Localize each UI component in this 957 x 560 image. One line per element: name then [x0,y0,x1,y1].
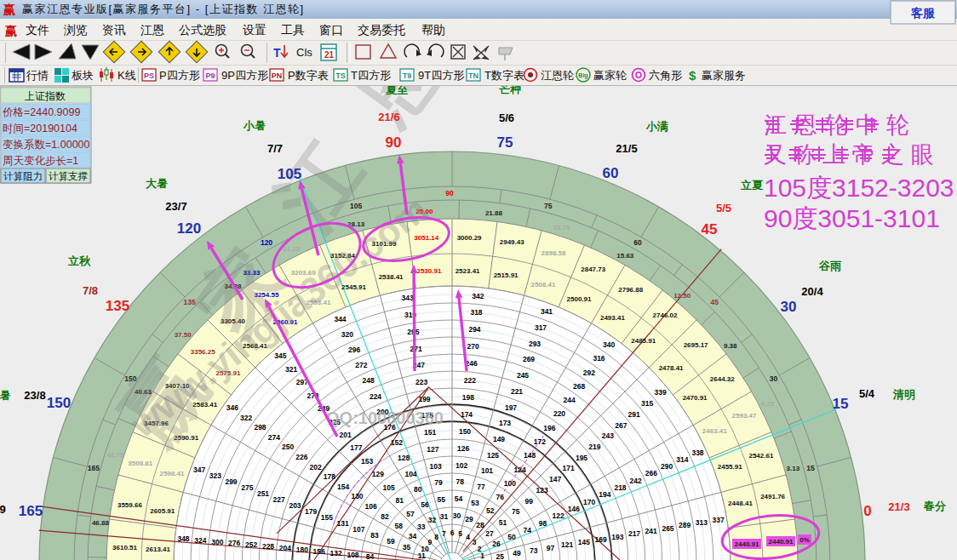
svg-text:83: 83 [370,531,379,540]
svg-text:228: 228 [262,542,274,551]
svg-text:173: 173 [499,419,511,427]
svg-text:7: 7 [442,529,446,538]
svg-text:窗口: 窗口 [319,23,343,37]
svg-text:343: 343 [402,294,414,302]
svg-text:2949.43: 2949.43 [500,238,524,246]
svg-text:帮助: 帮助 [421,23,445,37]
svg-text:318: 318 [470,308,482,317]
svg-text:春分: 春分 [923,500,947,512]
svg-text:78: 78 [456,477,465,486]
svg-text:23/8: 23/8 [24,389,45,402]
svg-text:152: 152 [391,438,403,447]
svg-text:计算支撑: 计算支撑 [49,171,88,181]
svg-text:2523.41: 2523.41 [456,267,480,275]
svg-text:赢家轮: 赢家轮 [593,69,627,82]
svg-text:46.88: 46.88 [92,519,110,527]
svg-text:289: 289 [679,521,691,529]
svg-text:347: 347 [193,466,205,474]
svg-text:320: 320 [341,330,353,339]
svg-text:266: 266 [645,469,657,477]
svg-text:242: 242 [630,477,642,485]
svg-text:248: 248 [363,376,375,385]
svg-text:27: 27 [485,529,494,538]
svg-text:立夏: 立夏 [740,179,764,191]
svg-text:251: 251 [257,489,269,498]
svg-text:75: 75 [512,507,520,516]
svg-text:174: 174 [461,410,473,419]
svg-text:2448.41: 2448.41 [728,500,753,507]
svg-text:小暑: 小暑 [243,119,266,132]
svg-text:3.13: 3.13 [787,465,800,472]
svg-text:102: 102 [456,461,467,470]
svg-text:时间=20190104: 时间=20190104 [3,123,77,134]
svg-text:TS: TS [335,71,346,80]
svg-text:立秋: 立秋 [67,254,91,267]
svg-text:2470.91: 2470.91 [683,394,708,402]
svg-text:269: 269 [523,355,535,363]
svg-text:23/7: 23/7 [165,200,186,213]
svg-text:274: 274 [268,433,280,442]
svg-text:241: 241 [645,527,657,535]
svg-text:P9: P9 [205,71,215,80]
svg-text:348: 348 [177,534,189,543]
svg-text:315: 315 [641,399,653,408]
svg-text:资讯: 资讯 [102,23,126,37]
svg-text:31: 31 [440,512,449,521]
svg-text:80: 80 [414,485,422,494]
svg-text:2644.32: 2644.32 [710,375,735,383]
svg-text:15.63: 15.63 [616,252,634,260]
svg-text:60: 60 [603,165,619,181]
svg-text:2440.91: 2440.91 [769,538,794,546]
svg-text:203: 203 [289,501,301,510]
svg-text:计算阻力: 计算阻力 [3,171,43,181]
svg-text:2847.73: 2847.73 [581,266,605,273]
svg-text:73: 73 [530,546,538,555]
svg-text:148: 148 [524,451,536,460]
svg-text:316: 316 [593,354,605,363]
svg-text:97: 97 [547,544,555,552]
svg-text:147: 147 [549,475,561,483]
svg-text:124: 124 [514,466,526,474]
svg-text:客服: 客服 [910,6,936,20]
svg-text:5/6: 5/6 [499,111,514,124]
svg-text:26: 26 [492,540,501,548]
svg-text:125: 125 [487,451,499,460]
svg-text:149: 149 [493,435,505,443]
svg-text:11: 11 [418,551,426,560]
svg-text:浏览: 浏览 [63,23,88,37]
svg-text:3610.51: 3610.51 [112,544,137,551]
svg-text:198: 198 [462,393,474,402]
svg-text:小满: 小满 [645,120,668,133]
svg-text:75: 75 [544,202,553,210]
svg-text:340: 340 [603,340,615,349]
svg-text:32: 32 [428,516,437,524]
svg-text:2485.91: 2485.91 [631,337,656,345]
svg-text:Cls: Cls [296,46,312,59]
svg-text:9P四方形: 9P四方形 [221,69,268,82]
svg-text:156: 156 [313,547,325,556]
svg-text:清明: 清明 [892,388,915,401]
svg-text:3051.14: 3051.14 [414,234,438,242]
svg-text:QQ:100800360: QQ:100800360 [326,409,444,427]
svg-text:217: 217 [628,529,640,538]
svg-text:50: 50 [507,533,516,541]
svg-text:21: 21 [324,50,335,60]
svg-text:赢: 赢 [4,24,17,37]
svg-text:298: 298 [254,423,266,431]
svg-text:199: 199 [418,395,430,403]
svg-text:293: 293 [529,340,541,348]
svg-text:106: 106 [365,502,377,511]
svg-text:218: 218 [614,483,626,492]
svg-text:6: 6 [450,529,455,537]
svg-text:150: 150 [459,427,471,436]
svg-text:126: 126 [457,444,469,453]
svg-text:344: 344 [334,315,346,323]
svg-text:250: 250 [282,443,294,451]
svg-text:339: 339 [655,388,667,397]
svg-text:43.75: 43.75 [106,451,124,459]
svg-text:275: 275 [241,483,253,492]
svg-text:3000.29: 3000.29 [457,234,482,242]
svg-text:296: 296 [348,346,360,354]
svg-text:101: 101 [481,466,493,475]
svg-text:2: 2 [478,545,482,553]
